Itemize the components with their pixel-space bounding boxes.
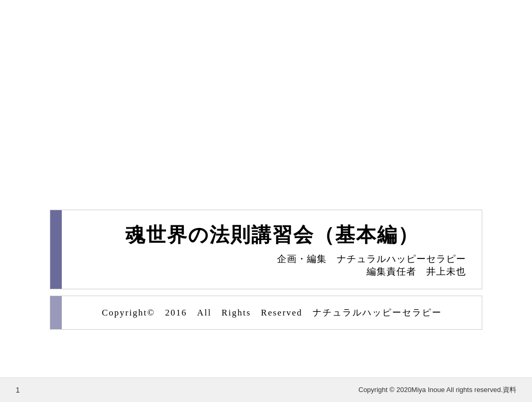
footer-copyright-text: Copyright © 2020Miya Inoue All rights re… (359, 385, 517, 395)
footer-bar: 1 Copyright © 2020Miya Inoue All rights … (0, 377, 532, 402)
slide-area: 魂世界の法則講習会（基本編） 企画・編集 ナチュラルハッピーセラピー 編集責任者… (0, 0, 532, 377)
title-box-content: 魂世界の法則講習会（基本編） 企画・編集 ナチュラルハッピーセラピー 編集責任者… (62, 210, 482, 289)
page-number: 1 (16, 386, 20, 394)
sub-title-line2: 編集責任者 井上未也 (367, 265, 466, 278)
main-title: 魂世界の法則講習会（基本編） (125, 222, 419, 248)
sub-title-line1: 企画・編集 ナチュラルハッピーセラピー (277, 253, 466, 265)
title-box: 魂世界の法則講習会（基本編） 企画・編集 ナチュラルハッピーセラピー 編集責任者… (50, 210, 482, 289)
copyright-box-accent-bar (50, 296, 62, 329)
title-box-accent-bar (50, 210, 62, 289)
copyright-text: Copyright© 2016 All Rights Reserved ナチュラ… (102, 307, 441, 319)
copyright-box-content: Copyright© 2016 All Rights Reserved ナチュラ… (62, 296, 482, 329)
copyright-box: Copyright© 2016 All Rights Reserved ナチュラ… (50, 296, 482, 330)
